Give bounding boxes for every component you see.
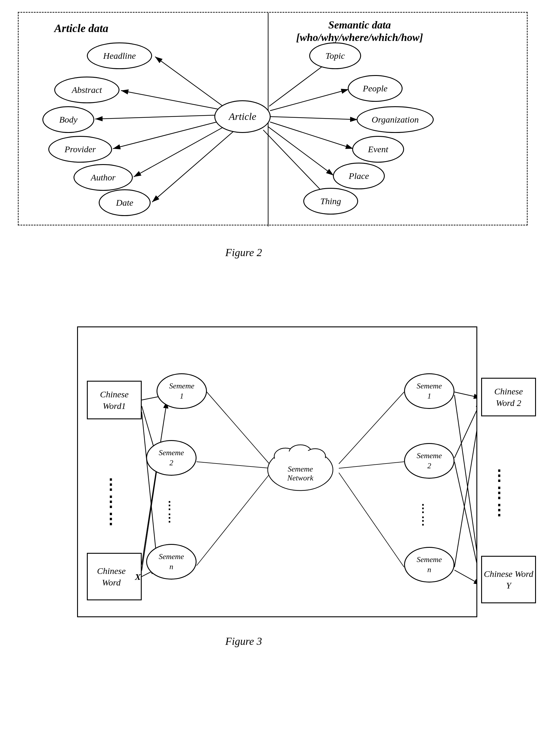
svg-text:Network: Network: [287, 474, 314, 482]
svg-line-1: [155, 57, 229, 111]
svg-line-5: [134, 126, 226, 177]
svg-line-31: [454, 462, 476, 583]
svg-line-17: [142, 412, 157, 565]
svg-line-3: [95, 115, 216, 119]
rect-chinese-word2: ChineseWord 2: [481, 378, 536, 416]
f3-sememe1-right: Sememe1: [404, 373, 454, 409]
node-topic: Topic: [309, 42, 361, 69]
node-article: Article: [214, 100, 271, 133]
svg-line-22: [197, 462, 271, 468]
node-date: Date: [99, 189, 151, 216]
svg-line-25: [339, 462, 404, 468]
svg-line-24: [339, 392, 404, 464]
node-people: People: [348, 75, 403, 102]
f3-sememen-left: Sememen: [146, 544, 197, 580]
f3-sememen-right: Sememen: [404, 547, 454, 582]
svg-line-11: [268, 126, 334, 175]
dots-right: ⋮⋮⋮: [492, 467, 508, 518]
sememe-network: Sememe Network: [262, 440, 339, 499]
f3-sememe1-left: Sememe1: [157, 373, 207, 409]
svg-line-26: [339, 473, 404, 567]
node-author: Author: [73, 164, 133, 191]
svg-line-18: [142, 401, 167, 565]
figure2-dashed-box: Article data Semantic data[who/why/where…: [18, 12, 528, 226]
figure2-container: Article data Semantic data[who/why/where…: [18, 12, 540, 243]
article-data-label: Article data: [54, 22, 109, 35]
svg-line-32: [454, 570, 476, 585]
svg-line-23: [197, 473, 271, 565]
svg-line-21: [206, 391, 271, 465]
rect-chinese-word1: ChineseWord1: [87, 381, 142, 419]
svg-line-27: [454, 392, 476, 398]
node-headline: Headline: [87, 42, 152, 69]
figure3-box: ChineseWord1 Chinese WordX ChineseWord 2…: [77, 326, 477, 617]
node-event: Event: [352, 136, 404, 163]
svg-line-6: [152, 130, 235, 202]
svg-line-4: [113, 121, 220, 149]
node-abstract: Abstract: [54, 77, 119, 103]
svg-line-10: [270, 122, 353, 149]
page: Article data Semantic data[who/why/where…: [0, 0, 560, 749]
node-thing: Thing: [303, 188, 358, 215]
f3-sememe2-right: Sememe2: [404, 443, 454, 479]
dots-midright: ⋮⋮: [418, 502, 429, 527]
svg-line-9: [271, 116, 358, 120]
rect-chinese-wordy: Chinese Word Y: [481, 556, 536, 603]
node-place: Place: [333, 163, 385, 189]
svg-line-2: [121, 90, 226, 111]
svg-line-30: [454, 395, 476, 582]
rect-chinese-wordx: Chinese WordX: [87, 553, 142, 600]
svg-text:Sememe: Sememe: [288, 465, 313, 473]
svg-line-29: [454, 404, 476, 567]
dots-midleft: ⋮⋮: [164, 499, 175, 525]
figure3-caption: Figure 3: [225, 635, 262, 647]
figure2-caption: Figure 2: [225, 246, 262, 259]
node-body: Body: [42, 106, 94, 133]
f3-sememe2-left: Sememe2: [146, 440, 197, 476]
svg-point-40: [306, 452, 324, 464]
semantic-data-label: Semantic data[who/why/where/which/how]: [286, 19, 434, 44]
node-organization: Organization: [357, 106, 434, 133]
node-provider: Provider: [48, 136, 112, 163]
svg-line-28: [454, 401, 476, 458]
figure2-arrows-svg: [19, 13, 529, 227]
figure3-container: ChineseWord1 Chinese WordX ChineseWord 2…: [18, 308, 540, 665]
dots-left: ⋮⋮⋮: [103, 476, 119, 527]
svg-line-8: [270, 89, 349, 111]
